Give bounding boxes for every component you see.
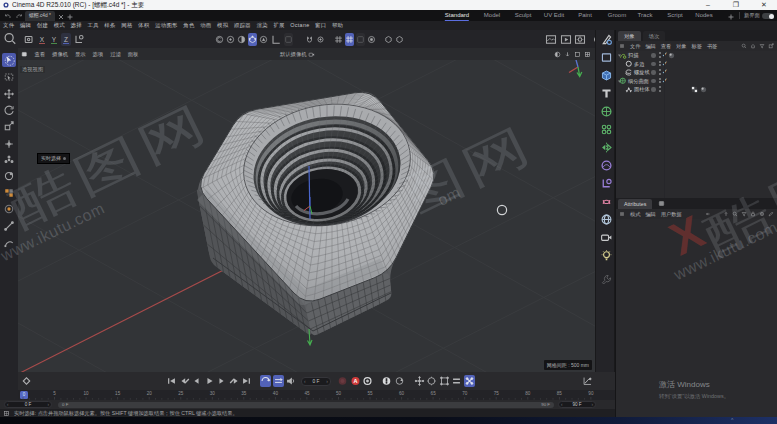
layout-tab[interactable]: Nodes xyxy=(695,10,712,21)
menu-item[interactable]: 运动图形 xyxy=(155,22,178,29)
close-tab-icon[interactable] xyxy=(57,13,65,21)
disabled-tool-icon[interactable] xyxy=(600,273,613,286)
spline-wrap-icon[interactable] xyxy=(600,195,613,208)
om-menu-item[interactable]: 书签 xyxy=(707,43,717,50)
visibility-dots[interactable] xyxy=(659,61,661,68)
goto-start-icon[interactable] xyxy=(166,375,177,387)
undo-icon[interactable] xyxy=(4,12,12,20)
new-ui-label[interactable]: 新界面 xyxy=(744,10,760,21)
model-mode-icon[interactable] xyxy=(226,33,235,46)
polygons-mode-icon[interactable] xyxy=(259,33,268,46)
record-parameter-icon[interactable] xyxy=(451,375,462,387)
workplane-snap-icon[interactable] xyxy=(345,33,354,46)
play-icon[interactable] xyxy=(204,375,215,387)
move-tool[interactable] xyxy=(2,87,16,101)
shaded-sphere-icon[interactable] xyxy=(554,51,561,58)
range-mode-icon[interactable] xyxy=(273,375,284,387)
layer-dot[interactable] xyxy=(651,79,656,84)
points-mode-icon[interactable] xyxy=(248,33,257,46)
bend-deformer-icon[interactable] xyxy=(600,159,613,172)
om-export-icon[interactable] xyxy=(768,43,774,49)
rectangle-spline-icon[interactable] xyxy=(600,51,613,64)
object-tree-row[interactable]: 圆柱体 xyxy=(616,85,777,94)
field-icon[interactable] xyxy=(600,177,613,190)
object-label[interactable]: 扫描 xyxy=(628,51,638,60)
sound-icon[interactable] xyxy=(285,375,296,387)
viewport-perspective[interactable]: 查看摄像机显示选项过滤面板 默认摄像机 透视视图 实时选择 网格间距 : 500… xyxy=(18,48,595,372)
text-object-icon[interactable] xyxy=(600,87,613,100)
layout-tab[interactable]: UV Edit xyxy=(544,10,564,21)
layer-dot[interactable] xyxy=(651,70,656,75)
spline-pen-icon[interactable] xyxy=(600,33,613,46)
live-selection-tool[interactable] xyxy=(2,53,16,67)
scale-tool[interactable] xyxy=(2,119,16,133)
object-tree-row[interactable]: 螺旋线 ✓ xyxy=(616,68,777,77)
range-start-inc-icon[interactable]: › xyxy=(47,402,49,407)
viewport-menu-item[interactable]: 显示 xyxy=(75,51,86,58)
menu-item[interactable]: 体积 xyxy=(138,22,149,29)
light-object-icon[interactable] xyxy=(600,249,613,262)
timeline-ruler[interactable]: 0 51015202530354045505560657075808590 xyxy=(18,390,615,400)
menu-item[interactable]: Octane xyxy=(290,22,309,29)
layer-dot[interactable] xyxy=(651,62,656,67)
om-filter-icon[interactable] xyxy=(759,43,765,49)
menu-item[interactable]: 帮助 xyxy=(332,22,343,29)
document-tab[interactable]: 螺帽.c4d * xyxy=(25,11,55,21)
coord-world-icon[interactable] xyxy=(2,202,16,216)
om-menu-item[interactable]: 文件 xyxy=(630,43,640,50)
symmetry-generator-icon[interactable] xyxy=(600,141,613,154)
visibility-dots[interactable] xyxy=(659,52,661,59)
camera-swap-icon[interactable] xyxy=(308,51,315,58)
viewport-menu-item[interactable]: 选项 xyxy=(93,51,104,58)
current-frame-field[interactable]: ‹0 F› xyxy=(301,377,331,386)
om-burger-icon[interactable] xyxy=(619,43,625,49)
new-tab-icon[interactable] xyxy=(66,13,74,21)
om-menu-item[interactable]: 标签 xyxy=(692,43,702,50)
menu-item[interactable]: 网格 xyxy=(121,22,132,29)
viewport-panel-icon[interactable] xyxy=(21,51,28,58)
camera-object-icon[interactable] xyxy=(600,231,613,244)
menu-item[interactable]: 文件 xyxy=(3,22,14,29)
layer-dot[interactable] xyxy=(651,87,656,92)
render-picture-viewer-icon[interactable] xyxy=(560,33,572,46)
enable-axis-icon[interactable] xyxy=(270,33,282,46)
menu-item[interactable]: 跟踪器 xyxy=(234,22,251,29)
om-menu-item[interactable]: 对象 xyxy=(676,43,686,50)
object-label[interactable]: 圆柱体 xyxy=(634,85,650,94)
menu-item[interactable]: 编辑 xyxy=(20,22,31,29)
attr-target-icon[interactable] xyxy=(759,211,765,217)
key-circle-icon[interactable] xyxy=(381,375,392,387)
solo-hexagon-icon[interactable] xyxy=(384,33,393,46)
autokey-icon[interactable]: A xyxy=(350,375,361,387)
object-tree-row[interactable]: 扫描 ✓ xyxy=(616,51,777,60)
menu-item[interactable]: 工具 xyxy=(87,22,98,29)
spline-pen-tool[interactable] xyxy=(2,236,16,250)
viewport-canvas[interactable] xyxy=(18,48,595,372)
object-tree-row[interactable]: 细分曲面 ✓ xyxy=(616,77,777,86)
attributes-panel-icon[interactable] xyxy=(658,200,665,207)
menu-item[interactable]: 动画 xyxy=(200,22,211,29)
attributes-tab[interactable]: Attributes xyxy=(618,199,652,209)
goto-end-icon[interactable] xyxy=(241,375,252,387)
object-tree-row[interactable]: 多边 ✓ xyxy=(616,60,777,69)
quad-view-icon[interactable] xyxy=(584,51,591,58)
attr-menu-item[interactable]: 用户数据 xyxy=(661,211,682,218)
loop-mode-icon[interactable] xyxy=(260,375,271,387)
sky-globe-icon[interactable] xyxy=(600,213,613,226)
cube-primitive-icon[interactable] xyxy=(600,69,613,82)
menu-item[interactable]: 窗口 xyxy=(315,22,326,29)
cycle-icon[interactable] xyxy=(394,375,405,387)
attr-lock-icon[interactable] xyxy=(750,211,756,217)
layout-tab[interactable]: Groom xyxy=(608,10,626,21)
ring-tool[interactable] xyxy=(2,169,16,183)
minimize-button[interactable]: – xyxy=(697,0,719,10)
layout-tab[interactable]: Model xyxy=(484,10,500,21)
search-icon[interactable] xyxy=(3,31,17,46)
tag-phong-icon[interactable] xyxy=(700,86,707,93)
tray-caret-icon[interactable]: ^ xyxy=(731,418,733,423)
coordinate-system-icon[interactable] xyxy=(73,33,85,46)
attr-search-icon[interactable] xyxy=(732,211,738,217)
om-menu-item[interactable]: 查看 xyxy=(661,43,671,50)
layout-tab[interactable]: Sculpt xyxy=(515,10,532,21)
om-menu-item[interactable]: 编辑 xyxy=(645,43,655,50)
